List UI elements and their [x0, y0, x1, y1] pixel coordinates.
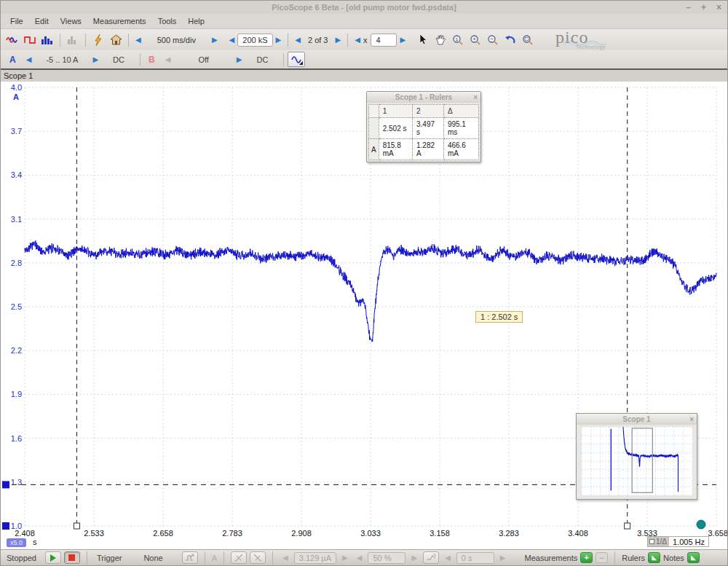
falling-edge-icon[interactable]: [250, 551, 266, 564]
window-title: PicoScope 6 Beta - [old pump motor fwd.p…: [1, 3, 727, 12]
x-tick-label: 2.908: [291, 529, 312, 538]
channel-b-range-prev[interactable]: ◀: [162, 55, 174, 63]
samples-prev-arrow[interactable]: ◀: [226, 36, 238, 44]
spectrum-view-icon[interactable]: [39, 32, 56, 48]
square-wave-icon[interactable]: [21, 32, 39, 48]
pointer-tool-icon[interactable]: [414, 32, 432, 48]
timebase-next-arrow[interactable]: ▶: [209, 36, 221, 44]
overview-view-rect[interactable]: [632, 428, 652, 492]
channel-a-coupling[interactable]: DC: [101, 55, 136, 64]
rulers-toggle-button[interactable]: ◣: [648, 552, 660, 563]
add-measurement-button[interactable]: +: [580, 552, 593, 563]
channel-a-label: A: [9, 55, 16, 65]
rising-edge-icon[interactable]: [231, 551, 247, 564]
scope-tab-strip: Scope 1: [1, 70, 727, 82]
level-ruler-handle[interactable]: [2, 481, 9, 488]
x-tick-label: 3.408: [568, 529, 588, 538]
zoom-in-icon[interactable]: +: [467, 32, 484, 48]
zoom-prev-arrow[interactable]: ◀: [352, 36, 363, 44]
overview-window[interactable]: Scope 1 ×: [576, 413, 697, 500]
buffer-prev-arrow[interactable]: ◀: [292, 36, 304, 44]
channel-options-button[interactable]: [288, 52, 305, 67]
tab-scope-1[interactable]: Scope 1: [4, 71, 33, 80]
minimize-button[interactable]: –: [686, 2, 691, 12]
channel-b-range[interactable]: Off: [173, 55, 233, 64]
status-bar: Stopped Trigger None A ◀ 3.129 µA ▶ ◀ 50…: [1, 549, 727, 565]
timebase-prev-arrow[interactable]: ◀: [132, 36, 144, 44]
zoom-overview-icon[interactable]: [519, 32, 537, 48]
pre-trigger-down-arrow[interactable]: ◀: [354, 554, 365, 562]
time-rulers: [74, 87, 630, 529]
overview-window-close-icon[interactable]: ×: [689, 415, 694, 423]
remove-measurement-button[interactable]: −: [596, 552, 608, 563]
channel-a-range[interactable]: -5 .. 10 A: [34, 55, 90, 64]
zoom-out-icon[interactable]: −: [484, 32, 502, 48]
menu-help[interactable]: Help: [183, 15, 210, 27]
maximize-button[interactable]: +: [701, 2, 706, 12]
home-icon[interactable]: [107, 32, 124, 48]
overview-plot[interactable]: [582, 427, 692, 495]
menu-file[interactable]: File: [5, 15, 28, 27]
menu-edit[interactable]: Edit: [30, 15, 54, 27]
zoom-100-icon[interactable]: 1: [449, 32, 467, 48]
trigger-mode[interactable]: None: [143, 554, 162, 562]
ruler-col-1-header: 1: [379, 105, 412, 118]
menu-tools[interactable]: Tools: [153, 15, 182, 27]
menu-measurements[interactable]: Measurements: [88, 15, 151, 27]
timebase-value[interactable]: 500 ms/div: [144, 36, 209, 44]
zoom-factor-input[interactable]: 4: [371, 34, 397, 47]
channel-toolbar: A ◀ -5 .. 10 A ▶ DC B ◀ Off ▶ DC: [1, 50, 727, 70]
scope-plot-area[interactable]: 4.03.73.43.12.82.52.21.91.61.31.0A2.4082…: [1, 82, 727, 549]
menu-views[interactable]: Views: [55, 15, 87, 27]
trigger-level-up-arrow[interactable]: ▶: [339, 554, 351, 562]
pre-trigger-input[interactable]: 50 %: [368, 552, 405, 564]
y-tick-label: 2.2: [11, 346, 22, 355]
rulers-panel-close-icon[interactable]: ×: [473, 93, 478, 101]
title-bar[interactable]: PicoScope 6 Beta - [old pump motor fwd.p…: [1, 1, 727, 14]
delay-down-arrow[interactable]: ◀: [442, 554, 454, 562]
channel-a-range-next[interactable]: ▶: [90, 55, 101, 63]
trigger-level-down-arrow[interactable]: ◀: [280, 554, 291, 562]
delay-input[interactable]: 0 s: [456, 552, 494, 564]
buffer-next-arrow[interactable]: ▶: [333, 36, 344, 44]
time-ruler-handle[interactable]: [74, 523, 79, 529]
zoom-next-arrow[interactable]: ▶: [397, 36, 408, 44]
samples-input[interactable]: 200 kS: [237, 34, 272, 47]
pre-trigger-up-arrow[interactable]: ▶: [408, 554, 420, 562]
channel-b-range-next[interactable]: ▶: [234, 55, 245, 63]
channel-a-row-label: A: [369, 139, 379, 160]
start-button[interactable]: [45, 551, 61, 564]
channel-a-zero-marker[interactable]: [2, 522, 9, 530]
x-tick-label: 2.408: [15, 529, 35, 538]
delay-up-arrow[interactable]: ▶: [497, 554, 509, 562]
scope-view-icon[interactable]: [4, 32, 21, 48]
notes-toggle-button[interactable]: ◣: [687, 552, 700, 563]
time-ruler-2-value: 3.497 s: [413, 118, 444, 139]
time-ruler-handle[interactable]: [625, 523, 630, 529]
persistence-view-icon[interactable]: [64, 32, 82, 48]
rulers-panel-title: Scope 1 - Rulers: [367, 93, 480, 101]
menu-bar: File Edit Views Measurements Tools Help: [1, 14, 727, 28]
rulers-panel[interactable]: Scope 1 - Rulers × 1 2 Δ 2.502 s 3.497 s…: [366, 91, 481, 162]
hand-tool-icon[interactable]: [432, 32, 449, 48]
stop-button[interactable]: [64, 551, 80, 564]
capture-state: Stopped: [7, 554, 36, 562]
close-button[interactable]: ×: [716, 2, 721, 12]
undo-zoom-icon[interactable]: [502, 32, 519, 48]
stop-icon: [68, 554, 75, 561]
trigger-marker-icon[interactable]: [182, 551, 198, 564]
channel-b-coupling[interactable]: DC: [245, 55, 280, 64]
freq-checkbox[interactable]: [649, 539, 654, 544]
samples-next-arrow[interactable]: ▶: [273, 36, 285, 44]
trigger-level-input[interactable]: 3.129 µA: [294, 552, 336, 564]
capture-end-marker[interactable]: [697, 520, 705, 529]
y-tick-label: 1.9: [11, 390, 22, 398]
overview-window-titlebar[interactable]: Scope 1 ×: [577, 414, 697, 425]
rulers-panel-titlebar[interactable]: Scope 1 - Rulers ×: [367, 92, 480, 103]
x-axis-unit: s: [33, 538, 37, 546]
auto-setup-icon[interactable]: [90, 32, 107, 48]
y-axis-tick-labels: 4.03.73.43.12.82.52.21.91.61.31.0A: [11, 83, 22, 530]
trigger-delay-icon[interactable]: [423, 551, 439, 564]
y-tick-label: 4.0: [11, 83, 22, 92]
channel-a-range-prev[interactable]: ◀: [23, 55, 35, 63]
